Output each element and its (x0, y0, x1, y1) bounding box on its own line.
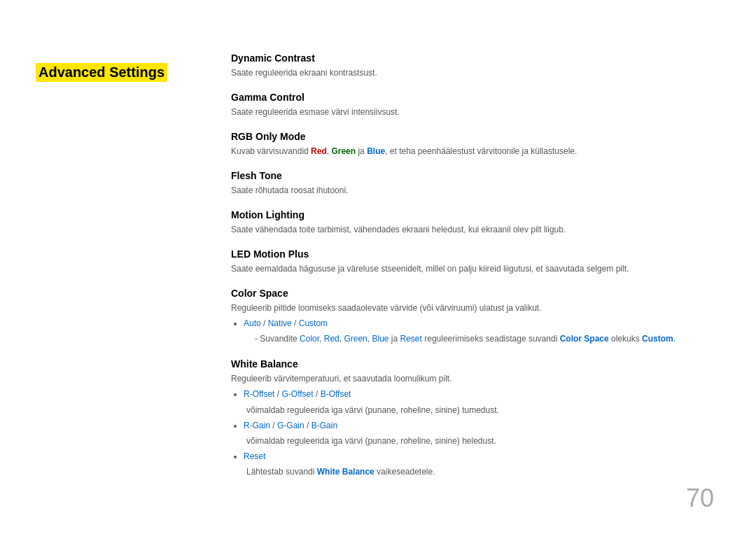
section-dynamic-contrast: Dynamic Contrast Saate reguleerida ekraa… (231, 52, 714, 79)
color-space-sub: Suvandite Color, Red, Green, Blue ja Res… (255, 332, 714, 346)
g-offset-link: G-Offset (281, 389, 313, 399)
reset-wb-link: Reset (244, 451, 265, 461)
page-title: Advanced Settings (36, 63, 167, 82)
gain-sep2: / (304, 421, 312, 430)
color-space-sep2: / (292, 318, 299, 328)
custom-link: Custom (642, 334, 673, 344)
offset-sep2: / (314, 389, 321, 399)
rgb-green-link: Green (331, 146, 356, 156)
section-flesh-tone: Flesh Tone Saate rõhutada roosat ihutoon… (231, 170, 714, 197)
section-desc-rgb-only-mode: Kuvab värvisuvandid Red, Green ja Blue, … (231, 145, 714, 157)
rgb-red-link: Red (311, 146, 327, 156)
section-title-rgb-only-mode: RGB Only Mode (231, 131, 714, 142)
red-link: Red (324, 334, 340, 344)
color-space-bullet-list: Auto / Native / Custom Suvandite Color, … (244, 317, 714, 346)
reset-link: Reset (400, 334, 422, 344)
section-title-dynamic-contrast: Dynamic Contrast (231, 52, 714, 64)
section-rgb-only-mode: RGB Only Mode Kuvab värvisuvandid Red, G… (231, 131, 714, 157)
b-offset-link: B-Offset (321, 389, 351, 399)
offset-desc: võimaldab reguleerida iga värvi (punane,… (246, 404, 714, 416)
content-area: Dynamic Contrast Saate reguleerida ekraa… (231, 52, 714, 492)
white-balance-bullet-list: R-Offset / G-Offset / B-Offset võimaldab… (244, 388, 714, 478)
reset-desc: Lähtestab suvandi White Balance vaikesea… (246, 465, 714, 478)
section-led-motion-plus: LED Motion Plus Saate eemaldada hägususe… (231, 248, 714, 275)
rgb-blue-link: Blue (367, 146, 385, 156)
section-desc-gamma-control: Saate reguleerida esmase värvi intensiiv… (231, 106, 714, 118)
section-desc-color-space: Reguleerib piltide loomiseks saadaolevat… (231, 302, 714, 314)
section-title-color-space: Color Space (231, 288, 714, 299)
section-color-space: Color Space Reguleerib piltide loomiseks… (231, 288, 714, 346)
section-motion-lighting: Motion Lighting Saate vähendada toite ta… (231, 209, 714, 236)
section-title-white-balance: White Balance (231, 358, 714, 370)
reset-option: Reset (244, 450, 714, 463)
gain-sep1: / (270, 421, 277, 430)
section-desc-white-balance: Reguleerib värvitemperatuuri, et saavuta… (231, 372, 714, 385)
section-white-balance: White Balance Reguleerib värvitemperatuu… (231, 358, 714, 478)
green-link: Green (344, 334, 367, 344)
g-gain-link: G-Gain (277, 421, 304, 430)
offset-options: R-Offset / G-Offset / B-Offset (244, 388, 714, 401)
color-space-sep1: / (261, 318, 268, 328)
r-gain-link: R-Gain (244, 421, 270, 430)
color-link: Color (300, 334, 319, 344)
offset-sep1: / (274, 389, 281, 399)
color-space-auto: Auto (244, 318, 261, 328)
section-title-motion-lighting: Motion Lighting (231, 209, 714, 220)
section-desc-motion-lighting: Saate vähendada toite tarbimist, vähenda… (231, 223, 714, 236)
section-desc-flesh-tone: Saate rõhutada roosat ihutooni. (231, 184, 714, 197)
b-gain-link: B-Gain (312, 421, 337, 430)
gain-options: R-Gain / G-Gain / B-Gain (244, 419, 714, 433)
color-space-options: Auto / Native / Custom (244, 317, 714, 330)
color-space-native: Native (268, 318, 292, 328)
section-title-flesh-tone: Flesh Tone (231, 170, 714, 181)
color-space-custom: Custom (299, 318, 328, 328)
section-title-gamma-control: Gamma Control (231, 92, 714, 103)
section-desc-led-motion-plus: Saate eemaldada hägususe ja väreluse sts… (231, 262, 714, 275)
blue-link: Blue (372, 334, 388, 344)
white-balance-link: White Balance (317, 467, 374, 477)
gain-desc: võimaldab reguleerida iga värvi (punane,… (246, 435, 714, 447)
section-desc-dynamic-contrast: Saate reguleerida ekraani kontrastsust. (231, 66, 714, 79)
section-gamma-control: Gamma Control Saate reguleerida esmase v… (231, 92, 714, 118)
color-space-link: Color Space (560, 334, 609, 344)
page-number: 70 (686, 484, 714, 513)
r-offset-link: R-Offset (244, 389, 274, 399)
section-title-led-motion-plus: LED Motion Plus (231, 248, 714, 260)
